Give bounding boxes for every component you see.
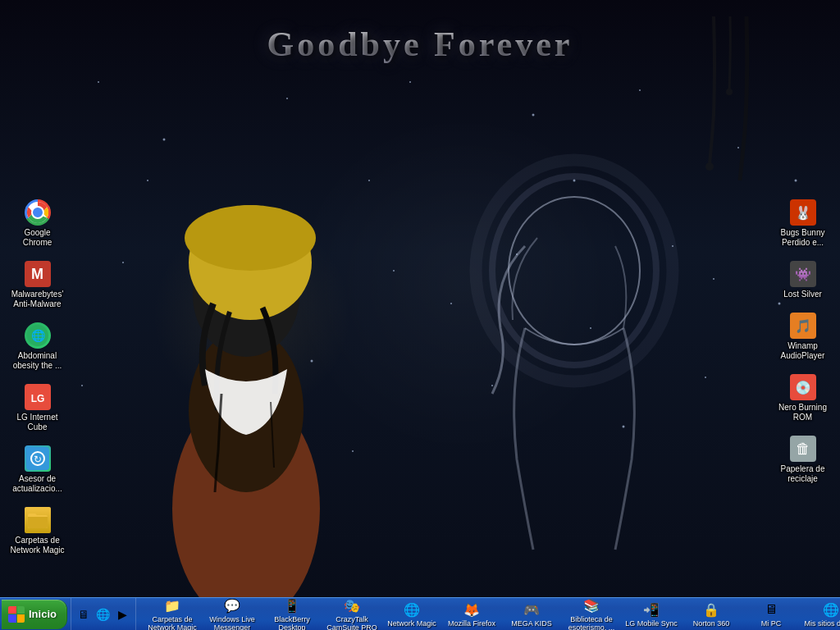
winamp-icon: 🎵 [790,313,816,339]
networkmagic-tb-label: Network Magic [387,620,436,628]
firefox-tb-icon: 🦊 [462,600,482,619]
desktop-icon-asesor[interactable]: ↻Asesor de actualizacio... [7,443,68,496]
start-button[interactable]: Inicio [2,600,67,629]
norton-tb-icon: 🔒 [701,600,721,619]
firefox-tb-label: Mozilla Firefox [448,620,495,628]
ql-ie[interactable]: 🌐 [94,605,112,623]
svg-text:🗑: 🗑 [796,441,810,457]
taskbar: Inicio 🖥 🌐 ▶ 📁Carpetas de Network Magic💬… [0,597,840,630]
taskbar-app-crazytalk-tb[interactable]: 🎭CrazyTalk CamSuite PRO [322,594,381,630]
carpetas-tb-icon: 📁 [162,596,182,615]
carpetas-tb-label: Carpetas de Network Magic [145,616,199,630]
nero-label: Nero Burning ROM [774,403,831,422]
svg-text:💿: 💿 [795,380,811,395]
svg-text:🎵: 🎵 [795,318,811,334]
taskbar-app-biblioteca-tb[interactable]: 📚Biblioteca de esoterismo, ... [562,594,621,630]
desktop-icon-lost-silver[interactable]: 👾Lost Silver [772,258,833,302]
google-chrome-label: Google Chrome [9,228,66,248]
abdominal-label: Abdominal obesity the ... [9,351,66,371]
svg-text:🌐: 🌐 [30,329,45,343]
abdominal-icon: 🌐 [25,322,51,349]
bugs-bunny-icon: 🐰 [790,199,816,226]
svg-point-39 [34,209,41,216]
norton-tb-label: Norton 360 [693,620,730,628]
crazytalk-tb-label: CrazyTalk CamSuite PRO [325,616,379,630]
bugs-bunny-label: Bugs Bunny Perdido e... [774,228,831,248]
taskbar-app-messenger-tb[interactable]: 💬Windows Live Messenger [203,594,262,630]
nero-icon: 💿 [790,374,816,400]
lost-silver-icon: 👾 [790,261,816,287]
taskbar-app-missitios-tb[interactable]: 🌐Mis sitios de red [801,598,840,630]
biblioteca-tb-label: Biblioteca de esoterismo, ... [564,616,619,630]
desktop-icon-abdominal[interactable]: 🌐Abdominal obesity the ... [7,320,68,373]
svg-text:🐰: 🐰 [795,205,811,221]
lost-silver-label: Lost Silver [783,290,822,299]
biblioteca-tb-icon: 📚 [582,596,601,615]
missitios-tb-icon: 🌐 [821,600,840,619]
taskbar-app-carpetas-tb[interactable]: 📁Carpetas de Network Magic [143,594,202,630]
megakids-tb-label: MEGA KIDS [511,620,552,628]
mipc-tb-label: Mi PC [761,620,782,628]
messenger-tb-icon: 💬 [222,596,242,615]
carpetas-label: Carpetas de Network Magic [9,536,66,555]
mipc-tb-icon: 🖥 [761,600,781,619]
desktop-icon-carpetas[interactable]: Carpetas de Network Magic [7,504,68,558]
desktop-icon-bugs-bunny[interactable]: 🐰Bugs Bunny Perdido e... [772,197,833,250]
carpetas-icon [25,507,51,533]
ql-show-desktop[interactable]: 🖥 [75,605,93,623]
desktop-icon-lg-internet[interactable]: LGLG Internet Cube [7,381,68,435]
taskbar-app-blackberry-tb[interactable]: 📱BlackBerry Desktop [262,594,322,630]
taskbar-app-norton-tb[interactable]: 🔒Norton 360 [682,598,741,630]
messenger-tb-label: Windows Live Messenger [205,616,259,630]
svg-text:👾: 👾 [795,267,811,282]
svg-text:↻: ↻ [34,454,42,465]
lg-internet-icon: LG [25,384,51,410]
lgmobile-tb-icon: 📲 [641,600,661,619]
desktop-icons-right: 🐰Bugs Bunny Perdido e...👾Lost Silver🎵Win… [772,197,833,486]
megakids-tb-icon: 🎮 [522,600,541,619]
desktop-icon-google-chrome[interactable]: Google Chrome [7,197,68,250]
taskbar-app-firefox-tb[interactable]: 🦊Mozilla Firefox [442,598,501,630]
networkmagic-tb-icon: 🌐 [402,600,422,619]
missitios-tb-label: Mis sitios de red [804,620,840,628]
google-chrome-icon [25,199,51,226]
papelera-icon: 🗑 [790,436,816,462]
asesor-icon: ↻ [25,445,51,472]
taskbar-apps: 📁Carpetas de Network Magic💬Windows Live … [139,598,840,630]
svg-text:LG: LG [30,393,44,404]
desktop-icon-papelera[interactable]: 🗑Papelera de reciclaje [772,433,833,486]
wallpaper-title: Goodbye Forever [267,25,573,64]
papelera-label: Papelera de reciclaje [774,464,831,484]
blackberry-tb-icon: 📱 [282,596,302,615]
desktop-icon-winamp[interactable]: 🎵Winamp AudioPlayer [772,310,833,363]
malwarebytes-icon: M [25,261,51,287]
taskbar-app-mipc-tb[interactable]: 🖥Mi PC [742,598,801,630]
svg-point-38 [33,208,43,217]
desktop-icons-left: Google ChromeMMalwarebytes' Anti-Malware… [7,197,68,558]
lg-internet-label: LG Internet Cube [9,413,66,432]
taskbar-app-megakids-tb[interactable]: 🎮MEGA KIDS [502,598,561,630]
desktop-icon-malwarebytes[interactable]: MMalwarebytes' Anti-Malware [7,258,68,312]
quick-launch-bar: 🖥 🌐 ▶ [71,598,136,630]
desktop: Goodbye Forever Google ChromeMMalwarebyt… [0,0,840,630]
windows-logo [8,606,25,623]
desktop-icon-nero[interactable]: 💿Nero Burning ROM [772,372,833,425]
winamp-label: Winamp AudioPlayer [774,341,831,361]
lgmobile-tb-label: LG Mobile Sync [625,620,678,628]
blackberry-tb-label: BlackBerry Desktop [265,616,319,630]
crazytalk-tb-icon: 🎭 [342,596,362,615]
asesor-label: Asesor de actualizacio... [9,474,66,494]
wallpaper-background [0,0,840,630]
start-label: Inicio [29,608,57,620]
ql-media[interactable]: ▶ [114,605,132,623]
malwarebytes-label: Malwarebytes' Anti-Malware [9,290,66,309]
taskbar-app-lgmobile-tb[interactable]: 📲LG Mobile Sync [622,598,681,630]
taskbar-app-networkmagic-tb[interactable]: 🌐Network Magic [382,598,441,630]
